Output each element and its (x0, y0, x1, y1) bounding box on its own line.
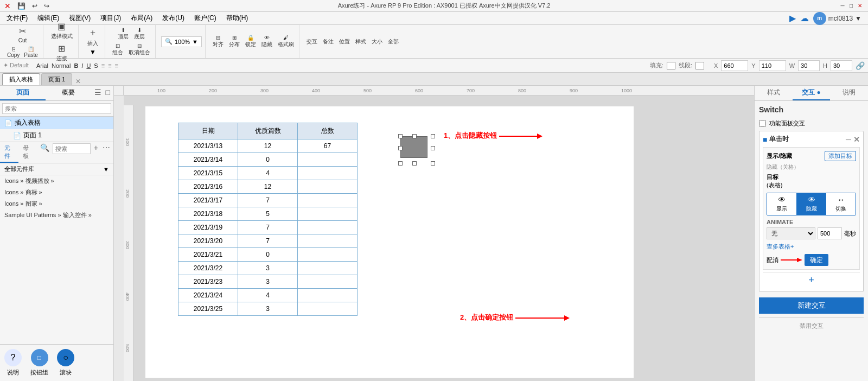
handle-bm[interactable] (412, 161, 417, 166)
ungroup-btn[interactable]: ⊟ 取消组合 (127, 42, 152, 57)
toggle-btn[interactable]: ↔ 切换 (826, 193, 856, 215)
minimize-btn[interactable]: ─ (839, 2, 846, 10)
align-center-btn[interactable]: ≡ (108, 62, 111, 69)
w-input[interactable] (798, 60, 820, 71)
handle-bl[interactable] (398, 161, 403, 166)
add-page-icon[interactable]: ☰ (93, 88, 103, 98)
outline-tab[interactable]: 概要 (46, 86, 91, 100)
animate-select[interactable]: 无 (767, 227, 815, 239)
animate-time-input[interactable] (818, 227, 842, 239)
widget-container[interactable] (400, 136, 433, 163)
canvas-content[interactable]: 100 200 300 400 500 日期 优质篇数 总数 (124, 96, 754, 381)
maximize-btn[interactable]: □ (847, 2, 855, 10)
close-btn[interactable]: ✕ (856, 2, 864, 10)
x-input[interactable] (721, 60, 748, 71)
tab-close[interactable]: ✕ (75, 78, 81, 85)
library-dropdown-icon[interactable]: ▼ (103, 166, 109, 173)
page-options-icon[interactable]: □ (105, 88, 111, 98)
comp-search-input[interactable] (53, 143, 91, 154)
bottom-layer-btn[interactable]: ⬇ 底层 (132, 27, 146, 41)
page-insert-table[interactable]: 📄 插入表格 (0, 117, 113, 129)
menu-file[interactable]: 文件(F) (2, 12, 32, 24)
handle-tr[interactable] (431, 134, 435, 138)
disable-interaction-btn[interactable]: 禁用交互 (763, 322, 859, 330)
lock-aspect-icon[interactable]: 🔗 (856, 61, 865, 70)
function-checkbox[interactable] (759, 120, 766, 127)
lib-item-sample[interactable]: Sample UI Patterns » 输入控件 » (0, 209, 113, 221)
undo-icon[interactable]: ↩ (32, 2, 37, 10)
select-mode-btn[interactable]: ▣ 选择模式 (49, 20, 75, 41)
comp-tab-masters[interactable]: 母板 (18, 142, 37, 163)
line-color[interactable] (695, 62, 704, 69)
close-section-btn[interactable]: ✕ (853, 135, 860, 144)
comp-search-icon[interactable]: 🔍 (39, 143, 50, 162)
lib-item-logo[interactable]: Icons » 商标 » (0, 187, 113, 198)
canvas-widget[interactable] (400, 136, 433, 169)
confirm-btn[interactable]: 确定 (805, 254, 828, 266)
insert-btn[interactable]: ＋ 插入 ▼ (84, 26, 101, 57)
fill-color[interactable] (667, 62, 675, 69)
handle-tl[interactable] (398, 134, 403, 138)
comp-add-icon[interactable]: + (93, 143, 99, 162)
top-layer-btn[interactable]: ⬆ 顶层 (116, 27, 130, 41)
redo-icon[interactable]: ↪ (44, 2, 49, 10)
comp-options-icon[interactable]: ⋯ (101, 143, 111, 162)
italic-btn[interactable]: I (81, 62, 83, 69)
save-icon[interactable]: 💾 (17, 2, 25, 10)
zoom-control[interactable]: 🔍 100% ▼ (161, 36, 202, 47)
menu-account[interactable]: 账户(C) (190, 12, 221, 24)
show-btn[interactable]: 👁 显示 (767, 193, 797, 215)
tab-insert-table[interactable]: 插入表格 (2, 73, 40, 85)
paste-btn[interactable]: 📋 Paste (22, 46, 40, 59)
group-btn[interactable]: ⊡ 组合 (111, 42, 125, 57)
add-target-btn[interactable]: 添加目标 (825, 151, 856, 161)
share-btn[interactable]: ☁ (800, 13, 809, 23)
format-painter-btn[interactable]: 🖌 格式刷 (276, 34, 296, 49)
menu-layout[interactable]: 布局(A) (126, 12, 157, 24)
handle-mr[interactable] (431, 146, 435, 150)
bold-btn[interactable]: B (74, 62, 78, 69)
align-btn[interactable]: ⊟ 对齐 (211, 34, 225, 49)
style-tab[interactable]: 样式 (755, 86, 793, 100)
comp-tab-elements[interactable]: 元件 (0, 142, 18, 163)
cut-btn[interactable]: ✂ Cut (14, 25, 31, 45)
interaction-btn[interactable]: 交互 (305, 37, 319, 46)
comp-slider[interactable]: ○ 滚块 (57, 349, 74, 377)
y-input[interactable] (759, 60, 786, 71)
strikethrough-btn[interactable]: S (94, 62, 98, 69)
minimize-section-btn[interactable]: ─ (846, 135, 851, 144)
widget-shape[interactable] (400, 136, 427, 158)
align-left-btn[interactable]: ≡ (101, 62, 105, 69)
hide-btn[interactable]: 👁 隐藏 (797, 193, 827, 215)
user-menu[interactable]: m mcl0813 ▼ (813, 12, 861, 25)
page-search-input[interactable] (2, 103, 111, 114)
lib-item-home[interactable]: Icons » 图家 » (0, 198, 113, 209)
underline-btn[interactable]: U (86, 62, 91, 69)
style-btn[interactable]: 样式 (354, 37, 368, 46)
copy-btn[interactable]: ⎘ Copy (5, 46, 21, 59)
new-interaction-btn[interactable]: 新建交互 (759, 297, 864, 314)
all-btn[interactable]: 全部 (386, 37, 400, 46)
pages-tab[interactable]: 页面 (0, 86, 46, 100)
notes-btn[interactable]: 备注 (321, 37, 335, 46)
hide-btn[interactable]: 👁 隐藏 (260, 34, 274, 49)
preview-btn[interactable]: ▶ (789, 13, 796, 23)
menu-publish[interactable]: 发布(U) (158, 12, 189, 24)
menu-help[interactable]: 帮助(H) (222, 12, 253, 24)
menu-project[interactable]: 项目(J) (96, 12, 125, 24)
interaction-tab[interactable]: 交互 ● (793, 86, 831, 100)
align-right-btn[interactable]: ≡ (115, 62, 118, 69)
connect-btn[interactable]: ⊞ 连接 (53, 42, 71, 63)
lib-item-video[interactable]: Icons » 视频播放 » (0, 175, 113, 187)
handle-ml[interactable] (398, 146, 403, 150)
handle-br[interactable] (431, 161, 435, 166)
lock-btn[interactable]: 🔒 锁定 (244, 34, 258, 49)
more-actions-btn[interactable]: 查多表格+ (767, 242, 856, 252)
handle-tm[interactable] (412, 134, 417, 138)
size-btn[interactable]: 大小 (370, 37, 384, 46)
comp-button-group[interactable]: □ 按钮组 (30, 349, 48, 377)
page-page1[interactable]: 📄 页面 1 (0, 129, 113, 142)
notes-tab[interactable]: 说明 (830, 86, 868, 100)
distribute-btn[interactable]: ⊞ 分布 (227, 34, 241, 49)
h-input[interactable] (831, 60, 852, 71)
